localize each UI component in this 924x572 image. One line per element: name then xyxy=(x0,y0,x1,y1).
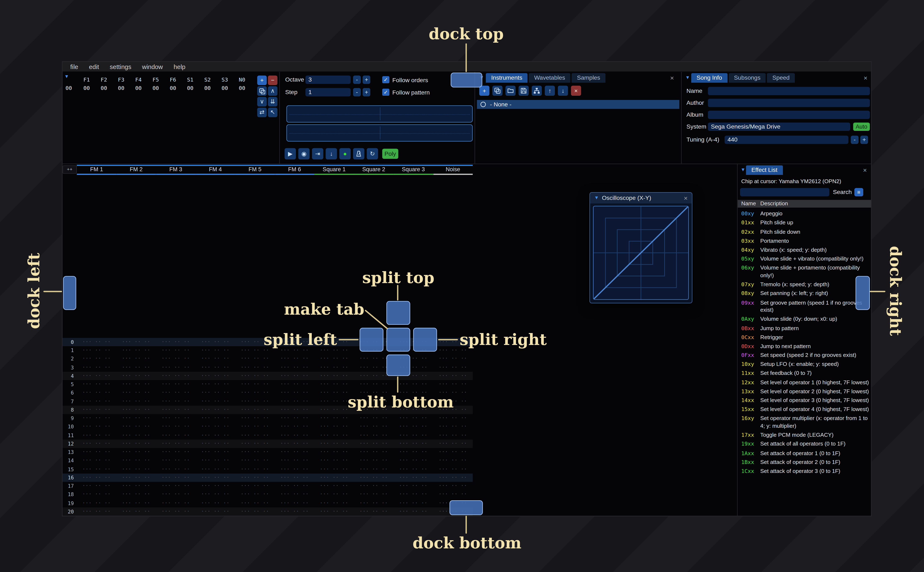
pattern-cell-fm-1[interactable]: ··· ·· ·· ··· xyxy=(77,355,116,363)
order-value-f5[interactable]: 00 xyxy=(147,85,164,91)
pattern-cell-square-1[interactable]: ··· ·· ·· ··· xyxy=(314,372,354,380)
effect-row-13xx[interactable]: 13xxSet level of operator 2 (0 highest, … xyxy=(737,387,871,396)
channel-header-fm-1[interactable]: FM 1 xyxy=(77,165,116,175)
tuning-decrease-button[interactable]: - xyxy=(851,136,859,144)
pattern-cell-noise[interactable]: ··· ·· ·· ··· xyxy=(433,448,473,457)
pattern-cell-fm-2[interactable]: ··· ·· ·· ··· xyxy=(116,499,156,507)
pattern-cell-fm-3[interactable]: ··· ·· ·· ··· xyxy=(156,338,195,347)
pattern-cell-noise[interactable]: ··· ·· ·· ··· xyxy=(433,355,473,363)
duplicate-instrument-button[interactable] xyxy=(492,86,502,96)
tab-song-info[interactable]: Song Info xyxy=(691,73,728,83)
pattern-cell-fm-4[interactable]: ··· ·· ·· ··· xyxy=(196,448,235,457)
pattern-cell-square-2[interactable]: ··· ·· ·· ··· xyxy=(354,482,394,490)
pattern-cell-square-3[interactable]: ··· ·· ·· ··· xyxy=(394,473,433,482)
pattern-cell-fm-1[interactable]: ··· ·· ·· ··· xyxy=(77,389,116,397)
menu-help[interactable]: help xyxy=(168,62,191,72)
pattern-cell-fm-4[interactable]: ··· ·· ·· ··· xyxy=(196,465,235,474)
pattern-cell-fm-2[interactable]: ··· ·· ·· ··· xyxy=(116,448,156,457)
pattern-cell-fm-4[interactable]: ··· ·· ·· ··· xyxy=(196,431,235,440)
pattern-cell-noise[interactable]: ··· ·· ·· ··· xyxy=(433,465,473,474)
effect-row-01xx[interactable]: 01xxPitch slide up xyxy=(737,219,871,227)
pattern-cell-fm-1[interactable]: ··· ·· ·· ··· xyxy=(77,363,116,372)
pattern-cell-noise[interactable]: ··· ·· ·· ··· xyxy=(433,423,473,431)
menu-settings[interactable]: settings xyxy=(104,62,137,72)
pattern-cell-fm-6[interactable]: ··· ·· ·· ··· xyxy=(275,389,314,397)
open-instrument-button[interactable] xyxy=(505,86,516,96)
pattern-cell-fm-1[interactable]: ··· ·· ·· ··· xyxy=(77,440,116,448)
tab-samples[interactable]: Samples xyxy=(572,73,606,83)
effect-row-06xy[interactable]: 06xyVolume slide + portamento (compatibi… xyxy=(737,264,871,280)
effect-row-10xy[interactable]: 10xySetup LFO (x: enable; y: speed) xyxy=(737,360,871,369)
pattern-cell-fm-4[interactable]: ··· ·· ·· ··· xyxy=(196,473,235,482)
pattern-cell-square-1[interactable]: ··· ·· ·· ··· xyxy=(314,490,354,499)
pattern-cell-fm-1[interactable]: ··· ·· ·· ··· xyxy=(77,507,116,516)
field-album-input[interactable] xyxy=(708,110,870,119)
pattern-cell-fm-3[interactable]: ··· ·· ·· ··· xyxy=(156,414,195,423)
pattern-cell-fm-1[interactable]: ··· ·· ·· ··· xyxy=(77,499,116,507)
pattern-cell-square-1[interactable]: ··· ·· ·· ··· xyxy=(314,414,354,423)
pattern-cell-square-2[interactable]: ··· ·· ·· ··· xyxy=(354,507,394,516)
effect-row-00xy[interactable]: 00xyArpeggio xyxy=(737,210,871,219)
pattern-cell-square-2[interactable]: ··· ·· ·· ··· xyxy=(354,499,394,507)
move-instrument-up-button[interactable]: ↑ xyxy=(545,86,555,96)
pattern-cell-fm-3[interactable]: ··· ·· ·· ··· xyxy=(156,431,195,440)
effect-row-11xx[interactable]: 11xxSet feedback (0 to 7) xyxy=(737,369,871,378)
pattern-cell-fm-2[interactable]: ··· ·· ·· ··· xyxy=(116,389,156,397)
pattern-cell-fm-5[interactable]: ··· ·· ·· ··· xyxy=(235,448,275,457)
add-order-button[interactable]: + xyxy=(257,76,267,85)
pattern-cell-fm-2[interactable]: ··· ·· ·· ··· xyxy=(116,423,156,431)
pattern-cell-fm-1[interactable]: ··· ·· ·· ··· xyxy=(77,414,116,423)
pattern-cell-fm-6[interactable]: ··· ·· ·· ··· xyxy=(275,355,314,363)
channel-header-fm-3[interactable]: FM 3 xyxy=(156,165,195,175)
pattern-cell-fm-2[interactable]: ··· ·· ·· ··· xyxy=(116,338,156,347)
octave-increase-button[interactable]: + xyxy=(363,76,370,84)
effect-row-1bxx[interactable]: 1BxxSet attack of operator 2 (0 to 1F) xyxy=(737,458,871,466)
collapse-icon[interactable]: ▼ xyxy=(741,168,745,173)
channel-header-noise[interactable]: Noise xyxy=(433,165,473,175)
effect-row-16xy[interactable]: 16xySet operator multiplier (x: operator… xyxy=(737,414,871,431)
tab-effect-list[interactable]: Effect List xyxy=(746,165,783,175)
close-icon[interactable]: × xyxy=(863,166,867,174)
collapse-icon[interactable]: ▼ xyxy=(64,75,69,79)
pattern-cell-fm-5[interactable]: ··· ·· ·· ··· xyxy=(235,363,275,372)
effect-row-1axx[interactable]: 1AxxSet attack of operator 1 (0 to 1F) xyxy=(737,449,871,458)
pattern-cell-fm-1[interactable]: ··· ·· ·· ··· xyxy=(77,465,116,474)
pattern-cell-fm-2[interactable]: ··· ·· ·· ··· xyxy=(116,363,156,372)
pattern-cell-square-2[interactable]: ··· ·· ·· ··· xyxy=(354,516,394,516)
pattern-cell-fm-2[interactable]: ··· ·· ·· ··· xyxy=(116,456,156,465)
pattern-cell-fm-3[interactable]: ··· ·· ·· ··· xyxy=(156,490,195,499)
pattern-cell-fm-5[interactable]: ··· ·· ·· ··· xyxy=(235,456,275,465)
pattern-cell-fm-6[interactable]: ··· ·· ·· ··· xyxy=(275,473,314,482)
pattern-cell-square-3[interactable]: ··· ·· ·· ··· xyxy=(394,440,433,448)
pattern-cell-square-1[interactable]: ··· ·· ·· ··· xyxy=(314,380,354,389)
pattern-cell-fm-4[interactable]: ··· ·· ·· ··· xyxy=(196,355,235,363)
pattern-cell-fm-3[interactable]: ··· ·· ·· ··· xyxy=(156,363,195,372)
poly-button[interactable]: Poly xyxy=(382,149,398,159)
play-button[interactable]: ▶ xyxy=(285,148,296,160)
move-instrument-down-button[interactable]: ↓ xyxy=(558,86,568,96)
effect-row-04xy[interactable]: 04xyVibrato (x: speed; y: depth) xyxy=(737,246,871,255)
pattern-cell-square-2[interactable]: ··· ·· ·· ··· xyxy=(354,431,394,440)
play-one-row-button[interactable]: ⇥ xyxy=(312,148,323,160)
pattern-cell-fm-2[interactable]: ··· ·· ·· ··· xyxy=(116,372,156,380)
pattern-cell-fm-1[interactable]: ··· ·· ·· ··· xyxy=(77,473,116,482)
pattern-cell-fm-5[interactable]: ··· ·· ·· ··· xyxy=(235,482,275,490)
order-value-s2[interactable]: 00 xyxy=(199,85,216,91)
pattern-cell-fm-5[interactable]: ··· ·· ·· ··· xyxy=(235,499,275,507)
pattern-cell-fm-1[interactable]: ··· ·· ·· ··· xyxy=(77,456,116,465)
pattern-cell-fm-6[interactable]: ··· ·· ·· ··· xyxy=(275,507,314,516)
auto-system-button[interactable]: Auto xyxy=(853,123,870,131)
pattern-cell-fm-2[interactable]: ··· ·· ·· ··· xyxy=(116,490,156,499)
pattern-cell-square-2[interactable]: ··· ·· ·· ··· xyxy=(354,490,394,499)
pattern-cell-fm-2[interactable]: ··· ·· ·· ··· xyxy=(116,406,156,414)
effect-row-03xx[interactable]: 03xxPortamento xyxy=(737,236,871,246)
order-value-s3[interactable]: 00 xyxy=(216,85,234,91)
effect-row-12xx[interactable]: 12xxSet level of operator 1 (0 highest, … xyxy=(737,378,871,387)
input-pad-upper[interactable] xyxy=(287,106,473,123)
order-value-s1[interactable]: 00 xyxy=(182,85,199,91)
dock-bottom-target[interactable] xyxy=(449,500,483,515)
pattern-cell-noise[interactable]: ··· ·· ·· ··· xyxy=(433,490,473,499)
effect-row-0axy[interactable]: 0AxyVolume slide (0y: down; x0: up) xyxy=(737,315,871,323)
step-input[interactable]: 1 xyxy=(305,88,351,96)
pattern-cell-square-3[interactable]: ··· ·· ·· ··· xyxy=(394,490,433,499)
